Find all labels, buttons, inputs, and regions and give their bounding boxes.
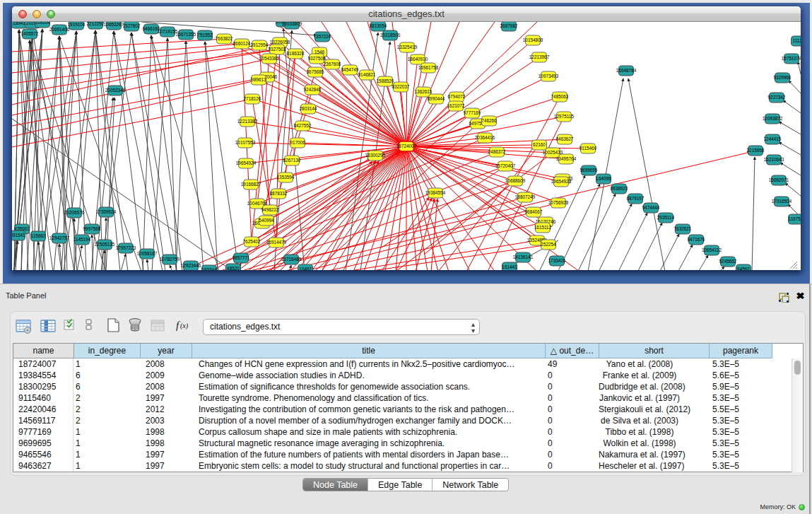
svg-text:16914479: 16914479 [266,240,287,245]
svg-text:11121: 11121 [793,38,801,43]
svg-text:19654923: 19654923 [551,179,572,184]
svg-text:9699695: 9699695 [580,168,598,173]
svg-text:1405572: 1405572 [21,31,39,36]
svg-text:9327503: 9327503 [269,47,286,52]
svg-text:7485063: 7485063 [551,94,569,99]
svg-text:19218506: 19218506 [380,33,401,37]
svg-text:8471676: 8471676 [688,237,705,242]
svg-text:1621072: 1621072 [447,103,465,108]
svg-text:2803144: 2803144 [300,106,317,111]
svg-text:(x): (x) [180,322,189,330]
svg-text:1145194: 1145194 [73,237,91,242]
svg-text:8813054: 8813054 [370,23,387,28]
svg-text:116753: 116753 [789,216,801,221]
svg-text:109104: 109104 [35,22,50,25]
svg-text:12213382: 12213382 [237,119,258,124]
svg-text:18724007: 18724007 [396,144,417,148]
svg-text:18300295: 18300295 [365,153,386,158]
svg-text:15692971: 15692971 [769,177,789,182]
svg-text:746266: 746266 [481,118,497,123]
svg-text:16210643: 16210643 [764,157,784,162]
svg-text:12213967: 12213967 [529,54,550,59]
svg-text:14136141: 14136141 [513,255,534,259]
svg-text:12975115: 12975115 [554,114,574,119]
svg-text:9777169: 9777169 [464,110,481,115]
svg-text:8454749: 8454749 [341,67,359,72]
svg-text:10462: 10462 [299,267,312,270]
svg-text:3215958: 3215958 [747,148,765,153]
svg-text:9245652: 9245652 [719,259,737,264]
svg-text:10782759: 10782759 [160,257,180,262]
svg-text:10653267: 10653267 [104,22,124,27]
svg-text:9463627: 9463627 [556,136,574,141]
svg-text:7625402: 7625402 [243,239,261,244]
svg-text:13716485: 13716485 [281,257,302,262]
svg-text:8660124: 8660124 [233,41,251,46]
svg-text:19384554: 19384554 [425,190,446,195]
svg-text:917006: 917006 [290,140,305,145]
svg-text:1527602: 1527602 [123,23,141,28]
svg-text:989613: 989613 [251,77,266,82]
svg-text:20364416: 20364416 [475,135,495,140]
svg-text:7357224: 7357224 [314,34,331,39]
svg-text:10688609: 10688609 [505,178,526,183]
svg-text:10654112: 10654112 [702,247,722,252]
svg-text:8427552: 8427552 [294,123,312,128]
svg-text:10154808: 10154808 [523,37,543,42]
svg-text:12093872: 12093872 [763,116,783,121]
svg-text:2687682: 2687682 [500,23,518,28]
svg-text:12505135: 12505135 [95,242,115,247]
svg-text:62160: 62160 [533,142,546,147]
svg-text:20206576: 20206576 [64,210,85,215]
svg-text:1353594: 1353594 [277,175,295,180]
svg-text:9115460: 9115460 [579,146,597,151]
svg-text:10719155: 10719155 [158,29,178,34]
svg-text:18640910: 18640910 [408,57,428,62]
svg-text:9146821: 9146821 [358,72,376,77]
svg-text:16671355: 16671355 [176,32,196,37]
svg-text:2212292: 2212292 [87,22,105,26]
svg-text:9327508: 9327508 [308,56,326,61]
svg-text:10025433: 10025433 [543,150,563,155]
svg-text:1733426: 1733426 [548,258,566,263]
svg-text:9684067: 9684067 [525,209,543,214]
svg-text:2486372: 2486372 [488,149,506,154]
svg-text:8990444: 8990444 [428,96,445,101]
svg-text:6879197: 6879197 [627,196,645,201]
svg-text:9329966: 9329966 [774,75,792,80]
svg-text:9242848: 9242848 [304,87,322,92]
svg-text:19166827: 19166827 [241,182,261,187]
svg-text:9498222: 9498222 [261,207,279,212]
svg-text:9997588: 9997588 [83,226,101,231]
svg-text:10958187: 10958187 [137,251,158,256]
svg-text:94562: 94562 [737,267,750,270]
svg-text:8186328: 8186328 [287,51,305,56]
svg-text:10543382: 10543382 [259,56,280,61]
svg-text:1615112: 1615112 [534,225,552,230]
svg-text:19654924: 19654924 [236,160,257,165]
svg-text:17957223: 17957223 [116,245,136,250]
svg-text:13495764: 13495764 [556,156,577,161]
svg-text:1244415: 1244415 [764,136,782,141]
svg-text:16033809: 16033809 [282,22,302,26]
svg-text:17016504: 17016504 [772,199,792,204]
svg-text:1362615: 1362615 [415,89,433,94]
svg-text:115682: 115682 [31,233,46,238]
svg-text:6794072: 6794072 [448,94,466,99]
svg-text:2367608: 2367608 [324,62,341,66]
svg-text:12923446: 12923446 [181,263,201,268]
svg-text:9857771: 9857771 [233,255,250,260]
svg-text:13226058: 13226058 [270,40,290,45]
svg-text:15720407: 15720407 [495,163,516,168]
svg-text:8267130: 8267130 [283,158,301,163]
svg-text:13325419: 13325419 [397,45,418,49]
svg-text:540994: 540994 [259,218,274,223]
svg-text:252254: 252254 [541,242,556,247]
svg-text:192344: 192344 [201,267,217,270]
svg-text:16648784: 16648784 [616,68,637,73]
svg-text:7663822: 7663822 [216,36,233,41]
svg-text:18943: 18943 [13,22,25,25]
svg-text:3912954: 3912954 [251,42,269,47]
svg-text:8938923: 8938923 [611,186,628,191]
svg-text:9474444: 9474444 [642,205,660,210]
